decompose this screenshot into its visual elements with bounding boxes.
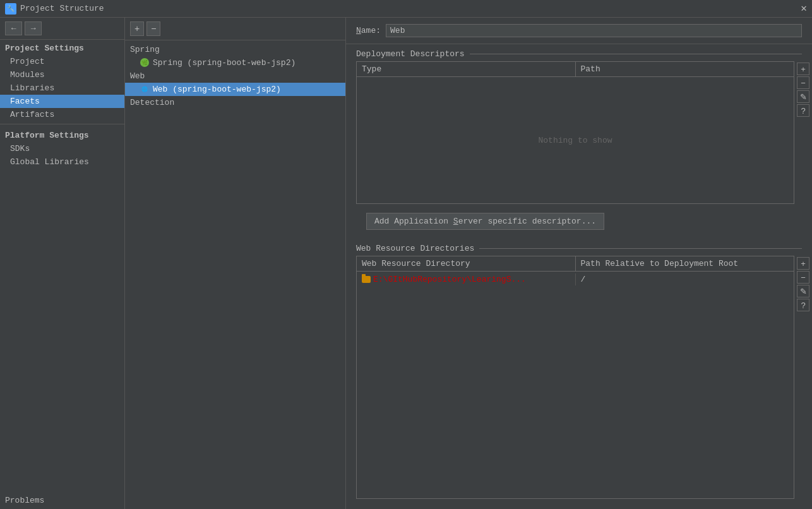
nav-buttons: ← → bbox=[0, 18, 124, 40]
name-input[interactable] bbox=[386, 24, 802, 37]
platform-settings-header: Platform Settings bbox=[0, 127, 124, 142]
web-resource-area: Web Resource Directory Path Relative to … bbox=[346, 256, 812, 499]
sidebar-item-modules[interactable]: Modules bbox=[0, 68, 124, 81]
tree-item-spring[interactable]: 🌿 Spring (spring-boot-web-jsp2) bbox=[125, 56, 345, 69]
add-descriptor-button[interactable]: Add Application Server specific descript… bbox=[366, 213, 604, 230]
web-resource-empty-space bbox=[357, 287, 794, 498]
web-resource-add-btn[interactable]: + bbox=[797, 257, 809, 270]
sidebar-divider-1 bbox=[0, 124, 124, 124]
platform-settings-section: Platform Settings SDKs Global Libraries bbox=[0, 127, 124, 169]
tree-item-spring-label: Spring (spring-boot-web-jsp2) bbox=[153, 58, 296, 68]
project-settings-header: Project Settings bbox=[0, 40, 124, 55]
tree-item-web-label: Web (spring-boot-web-jsp2) bbox=[153, 85, 281, 94]
app-icon: 🔧 bbox=[5, 3, 16, 15]
tree-add-button[interactable]: + bbox=[130, 21, 144, 36]
deployment-table-wrapper: Type Path Nothing to show bbox=[356, 61, 794, 204]
sidebar-item-libraries[interactable]: Libraries bbox=[0, 81, 124, 95]
name-row: Name: bbox=[346, 18, 812, 44]
sidebar: ← → Project Settings Project Modules Lib… bbox=[0, 18, 125, 509]
web-resource-dir-cell: E:\GItHubRepository\LearingS... bbox=[357, 273, 576, 285]
web-icon: 🌐 bbox=[140, 85, 149, 93]
web-resource-path-cell: / bbox=[576, 273, 794, 285]
web-resource-directories-title: Web Resource Directories bbox=[346, 239, 812, 256]
tree-panel: + − Spring 🌿 Spring (spring-boot-web-jsp… bbox=[125, 18, 346, 509]
back-button[interactable]: ← bbox=[5, 21, 22, 35]
web-resource-dir-value: E:\GItHubRepository\LearingS... bbox=[373, 275, 526, 284]
web-resource-table-header: Web Resource Directory Path Relative to … bbox=[357, 256, 794, 272]
deployment-edit-btn[interactable]: ✎ bbox=[797, 90, 809, 103]
right-panel: Name: Deployment Descriptors Type Path N… bbox=[346, 18, 812, 509]
deployment-help-btn[interactable]: ? bbox=[797, 104, 809, 117]
tree-group-web: Web bbox=[125, 69, 345, 83]
close-button[interactable]: ✕ bbox=[801, 4, 807, 14]
window-title: Project Structure bbox=[20, 4, 104, 13]
sidebar-item-artifacts[interactable]: Artifacts bbox=[0, 108, 124, 121]
add-descriptor-area: Add Application Server specific descript… bbox=[346, 204, 812, 239]
sidebar-item-project[interactable]: Project bbox=[0, 55, 124, 68]
bottom-spacer bbox=[346, 499, 812, 509]
col-web-resource-dir: Web Resource Directory bbox=[357, 256, 576, 271]
web-resource-remove-btn[interactable]: − bbox=[797, 271, 809, 284]
tree-item-web[interactable]: 🌐 Web (spring-boot-web-jsp2) bbox=[125, 83, 345, 96]
deployment-descriptors-area: Type Path Nothing to show + − ✎ ? bbox=[356, 61, 812, 204]
title-bar: 🔧 Project Structure ✕ bbox=[0, 0, 812, 18]
deployment-remove-btn[interactable]: − bbox=[797, 76, 809, 89]
add-descriptor-label: Add Application Server specific descript… bbox=[374, 217, 596, 226]
tree-content: Spring 🌿 Spring (spring-boot-web-jsp2) W… bbox=[125, 40, 345, 509]
main-content: ← → Project Settings Project Modules Lib… bbox=[0, 18, 812, 509]
forward-button[interactable]: → bbox=[25, 21, 42, 35]
web-resource-edit-btn[interactable]: ✎ bbox=[797, 285, 809, 297]
deployment-add-btn[interactable]: + bbox=[797, 63, 809, 75]
sidebar-item-sdks[interactable]: SDKs bbox=[0, 142, 124, 155]
tree-group-spring: Spring bbox=[125, 43, 345, 56]
web-resource-table-wrapper: Web Resource Directory Path Relative to … bbox=[356, 256, 794, 499]
project-settings-section: Project Settings Project Modules Librari… bbox=[0, 40, 124, 121]
folder-icon bbox=[362, 276, 371, 283]
deployment-table-header: Type Path bbox=[357, 62, 794, 77]
deployment-side-buttons: + − ✎ ? bbox=[794, 61, 812, 204]
col-path-relative: Path Relative to Deployment Root bbox=[576, 256, 794, 271]
sidebar-item-problems[interactable]: Problems bbox=[0, 492, 124, 509]
empty-message: Nothing to show bbox=[538, 136, 612, 145]
web-resource-help-btn[interactable]: ? bbox=[797, 299, 809, 311]
sidebar-item-facets[interactable]: Facets bbox=[0, 95, 124, 108]
tree-group-detection: Detection bbox=[125, 96, 345, 109]
spring-icon: 🌿 bbox=[140, 58, 149, 67]
web-resource-side-buttons: + − ✎ ? bbox=[794, 256, 812, 499]
web-resource-row[interactable]: E:\GItHubRepository\LearingS... / bbox=[357, 272, 794, 287]
tree-toolbar: + − bbox=[125, 18, 345, 40]
col-type: Type bbox=[357, 62, 576, 76]
tree-remove-button[interactable]: − bbox=[146, 21, 160, 36]
deployment-table-body: Nothing to show bbox=[357, 77, 794, 203]
deployment-descriptors-title: Deployment Descriptors bbox=[346, 44, 812, 61]
name-label: Name: bbox=[356, 26, 381, 35]
col-path: Path bbox=[576, 62, 794, 76]
sidebar-item-global-libraries[interactable]: Global Libraries bbox=[0, 155, 124, 169]
